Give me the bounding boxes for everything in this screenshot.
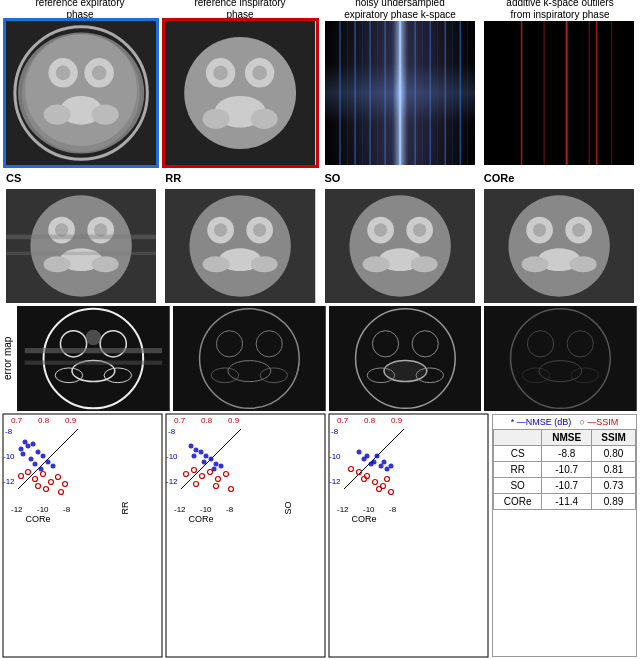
- col-nmse-header: NMSE: [542, 430, 592, 446]
- error-images-row: [14, 306, 640, 411]
- svg-text:-8: -8: [331, 427, 339, 436]
- svg-text:-12: -12: [3, 477, 15, 486]
- svg-point-177: [219, 464, 224, 469]
- scatter-cs-svg: 0.7 0.8 0.9 -8 -10 -12 -12 -10 -8 CORe C…: [3, 414, 162, 657]
- svg-text:-8: -8: [226, 505, 234, 514]
- svg-point-50: [30, 195, 131, 296]
- ssim-cell: 0.80: [592, 446, 636, 462]
- rr-recon-image: [162, 186, 318, 306]
- svg-point-89: [572, 223, 585, 236]
- svg-point-142: [29, 457, 34, 462]
- scatter-so: 0.7 0.8 0.9 -8 -10 -12 -12 -10 -8 CORe S…: [329, 414, 488, 657]
- svg-point-87: [569, 256, 596, 272]
- svg-point-67: [251, 256, 278, 272]
- method-label-cs: CS: [3, 172, 159, 186]
- svg-point-77: [410, 256, 437, 272]
- svg-point-137: [19, 447, 24, 452]
- svg-point-55: [92, 256, 119, 272]
- ref-expiratory-image: [3, 18, 159, 168]
- svg-text:-10: -10: [37, 505, 49, 514]
- svg-text:-10: -10: [166, 452, 178, 461]
- svg-point-4: [25, 34, 137, 146]
- svg-text:-8: -8: [5, 427, 13, 436]
- svg-rect-91: [17, 306, 170, 411]
- svg-point-208: [362, 457, 367, 462]
- method-label-core: CORe: [481, 172, 637, 186]
- svg-point-140: [21, 452, 26, 457]
- svg-point-9: [92, 105, 119, 125]
- nmse-cell: -10.7: [542, 478, 592, 494]
- so-recon-image: [322, 186, 478, 306]
- svg-text:0.8: 0.8: [201, 416, 213, 425]
- rr-error-svg: [173, 306, 326, 411]
- col-method-header: [494, 430, 542, 446]
- svg-point-78: [373, 223, 386, 236]
- svg-point-210: [375, 454, 380, 459]
- svg-point-11: [92, 65, 107, 80]
- svg-point-145: [46, 460, 51, 465]
- nmse-cell: -11.4: [542, 494, 592, 510]
- svg-rect-101: [173, 306, 326, 411]
- svg-point-147: [51, 464, 56, 469]
- svg-point-172: [194, 448, 199, 453]
- svg-point-175: [209, 457, 214, 462]
- svg-text:-12: -12: [174, 505, 186, 514]
- svg-point-10: [56, 65, 71, 80]
- svg-rect-158: [166, 414, 325, 657]
- svg-rect-99: [25, 361, 162, 365]
- svg-text:-10: -10: [3, 452, 15, 461]
- core-recon-image: [481, 186, 637, 306]
- cs-error-image: [17, 306, 170, 411]
- kspace-svg: [325, 21, 475, 165]
- svg-text:0.9: 0.9: [65, 416, 77, 425]
- svg-rect-59: [6, 252, 156, 255]
- ssim-legend: ○ —SSIM: [579, 417, 618, 427]
- method-cell: CS: [494, 446, 542, 462]
- svg-text:0.9: 0.9: [391, 416, 403, 425]
- table-row: SO -10.7 0.73: [494, 478, 636, 494]
- svg-text:SO: SO: [283, 501, 293, 514]
- core-error-image: [484, 306, 637, 411]
- svg-point-179: [202, 460, 207, 465]
- svg-text:-10: -10: [200, 505, 212, 514]
- svg-point-62: [190, 195, 291, 296]
- svg-text:-12: -12: [337, 505, 349, 514]
- svg-rect-116: [484, 306, 637, 411]
- rr-recon-svg: [165, 189, 315, 303]
- phantom-svg-2: [165, 21, 315, 165]
- svg-text:0.7: 0.7: [337, 416, 349, 425]
- kspace-image: [322, 18, 478, 168]
- svg-point-79: [412, 223, 425, 236]
- cs-error-svg: [17, 306, 170, 411]
- svg-text:-12: -12: [11, 505, 23, 514]
- error-map-section: error map: [0, 306, 640, 411]
- svg-point-8: [44, 105, 71, 125]
- rr-error-image: [173, 306, 326, 411]
- svg-point-207: [385, 467, 390, 472]
- svg-point-68: [214, 223, 227, 236]
- cs-recon-svg: [6, 189, 156, 303]
- svg-point-19: [213, 65, 228, 80]
- svg-point-143: [41, 454, 46, 459]
- svg-point-76: [362, 256, 389, 272]
- stats-table: NMSE SSIM CS -8.8 0.80 RR -10.7 0.81 SO …: [493, 429, 636, 510]
- svg-point-141: [36, 450, 41, 455]
- svg-point-17: [203, 109, 230, 129]
- so-error-svg: [329, 306, 482, 411]
- stats-table-container: * —NMSE (dB) ○ —SSIM NMSE SSIM CS -8.8 0…: [492, 414, 637, 657]
- scatter-rr-svg: 0.7 0.8 0.9 -8 -10 -12 -12 -10 -8 CORe R…: [166, 414, 325, 657]
- col-ssim-header: SSIM: [592, 430, 636, 446]
- svg-text:CORe: CORe: [188, 514, 213, 524]
- svg-point-144: [33, 462, 38, 467]
- phantom-svg-1: [6, 21, 156, 165]
- table-row: RR -10.7 0.81: [494, 462, 636, 478]
- svg-text:-8: -8: [63, 505, 71, 514]
- so-error-image: [329, 306, 482, 411]
- ref-inspiratory-image: [162, 18, 318, 168]
- svg-text:-8: -8: [389, 505, 397, 514]
- scatter-rr: 0.7 0.8 0.9 -8 -10 -12 -12 -10 -8 CORe R…: [166, 414, 325, 657]
- ssim-cell: 0.81: [592, 462, 636, 478]
- svg-point-203: [357, 450, 362, 455]
- cs-recon-image: [3, 186, 159, 306]
- column-labels-row: reference expiratory phase reference ins…: [0, 0, 640, 18]
